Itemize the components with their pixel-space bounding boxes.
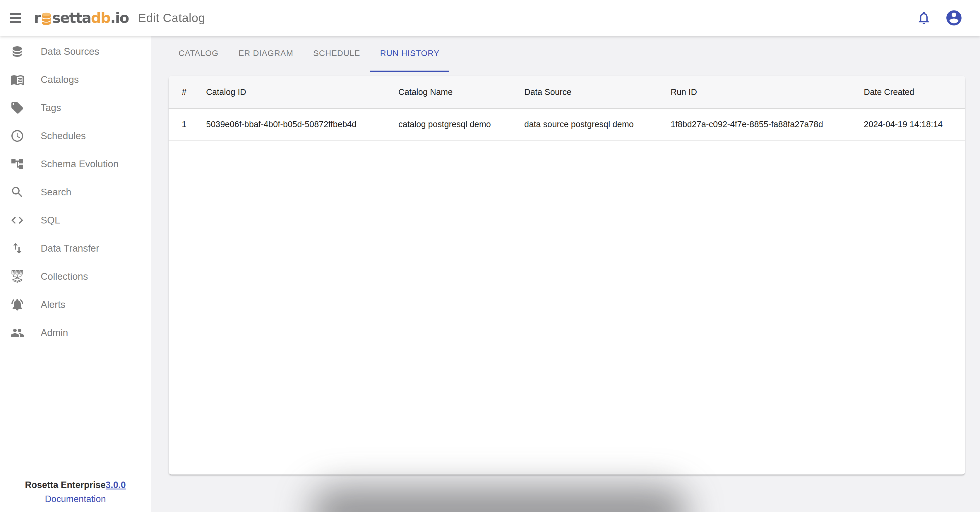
product-name: Rosetta Enterprise	[25, 480, 106, 490]
sidebar-item-label: Data Transfer	[41, 243, 99, 254]
col-header-run-id: Run ID	[671, 76, 864, 108]
cell-data-source: data source postgresql demo	[524, 108, 671, 140]
tab-bar: CATALOG ER DIAGRAM SCHEDULE RUN HISTORY	[169, 36, 980, 72]
logo-text-middle: setta	[52, 10, 91, 26]
page-title: Edit Catalog	[138, 11, 205, 25]
col-header-date-created: Date Created	[864, 76, 965, 108]
database-coin-icon	[41, 12, 51, 26]
run-history-table: # Catalog ID Catalog Name Data Source Ru…	[169, 76, 965, 140]
app-logo[interactable]: r setta db .io	[34, 10, 129, 26]
sidebar-item-label: Tags	[41, 102, 61, 113]
sidebar-item-label: Data Sources	[41, 46, 99, 57]
run-history-card: # Catalog ID Catalog Name Data Source Ru…	[169, 76, 965, 475]
catalogs-book-icon	[10, 73, 24, 87]
sidebar-nav: Data Sources Catalogs Tags Schedules	[0, 36, 151, 347]
sidebar-item-search[interactable]: Search	[0, 178, 151, 206]
tab-schedule[interactable]: SCHEDULE	[303, 36, 370, 72]
sidebar-item-sql[interactable]: SQL	[0, 206, 151, 234]
sidebar-item-admin[interactable]: Admin	[0, 319, 151, 347]
sidebar-item-label: Collections	[41, 271, 88, 282]
admin-people-icon	[10, 326, 24, 340]
user-avatar[interactable]	[945, 9, 963, 27]
tab-catalog[interactable]: CATALOG	[169, 36, 229, 72]
sidebar-item-collections[interactable]: Collections	[0, 262, 151, 290]
search-icon	[10, 185, 24, 199]
cell-run-id: 1f8bd27a-c092-4f7e-8855-fa88fa27a78d	[671, 108, 864, 140]
sidebar-item-catalogs[interactable]: Catalogs	[0, 65, 151, 94]
sidebar-item-label: Alerts	[41, 299, 65, 310]
code-icon	[10, 213, 24, 227]
sidebar-item-label: Admin	[41, 327, 68, 338]
sidebar-item-data-sources[interactable]: Data Sources	[0, 37, 151, 65]
logo-text-accent: db	[91, 10, 110, 26]
alerts-bell-icon	[10, 298, 24, 312]
sidebar-item-data-transfer[interactable]: Data Transfer	[0, 234, 151, 262]
cell-catalog-name: catalog postgresql demo	[398, 108, 524, 140]
sidebar-item-schema-evolution[interactable]: Schema Evolution	[0, 150, 151, 178]
sidebar-item-label: Schedules	[41, 130, 86, 142]
sidebar-item-label: SQL	[41, 215, 60, 226]
tag-icon	[10, 101, 24, 115]
database-icon	[10, 45, 24, 59]
col-header-catalog-name: Catalog Name	[398, 76, 524, 108]
collections-icon	[10, 270, 24, 284]
sidebar-item-label: Schema Evolution	[41, 158, 119, 170]
documentation-link[interactable]: Documentation	[0, 494, 151, 504]
sidebar: Data Sources Catalogs Tags Schedules	[0, 36, 151, 512]
sidebar-item-label: Catalogs	[41, 74, 79, 85]
col-header-catalog-id: Catalog ID	[206, 76, 398, 108]
data-transfer-icon	[10, 241, 24, 255]
col-header-data-source: Data Source	[524, 76, 671, 108]
cell-catalog-id: 5039e06f-bbaf-4b0f-b05d-50872ffbeb4d	[206, 108, 398, 140]
logo-text-prefix: r	[34, 10, 40, 26]
tab-er-diagram[interactable]: ER DIAGRAM	[229, 36, 303, 72]
logo-text-suffix: .io	[110, 10, 129, 26]
sidebar-item-schedules[interactable]: Schedules	[0, 122, 151, 150]
table-row[interactable]: 1 5039e06f-bbaf-4b0f-b05d-50872ffbeb4d c…	[169, 108, 965, 140]
cell-date-created: 2024-04-19 14:18:14	[864, 108, 965, 140]
tab-run-history[interactable]: RUN HISTORY	[370, 36, 450, 72]
notifications-bell-icon[interactable]	[916, 10, 931, 26]
sidebar-item-alerts[interactable]: Alerts	[0, 290, 151, 319]
cell-index: 1	[169, 108, 206, 140]
clock-icon	[10, 129, 24, 143]
topbar: r setta db .io Edit Catalog	[0, 0, 980, 36]
table-header-row: # Catalog ID Catalog Name Data Source Ru…	[169, 76, 965, 108]
col-header-index: #	[169, 76, 206, 108]
main-content: CATALOG ER DIAGRAM SCHEDULE RUN HISTORY …	[152, 36, 980, 512]
topbar-actions	[916, 9, 963, 27]
sidebar-item-tags[interactable]: Tags	[0, 94, 151, 122]
schema-tree-icon	[10, 157, 24, 171]
version-link[interactable]: 3.0.0	[106, 480, 126, 490]
menu-icon[interactable]	[10, 10, 22, 26]
sidebar-item-label: Search	[41, 187, 72, 198]
sidebar-footer: Rosetta Enterprise3.0.0 Documentation	[0, 480, 151, 512]
